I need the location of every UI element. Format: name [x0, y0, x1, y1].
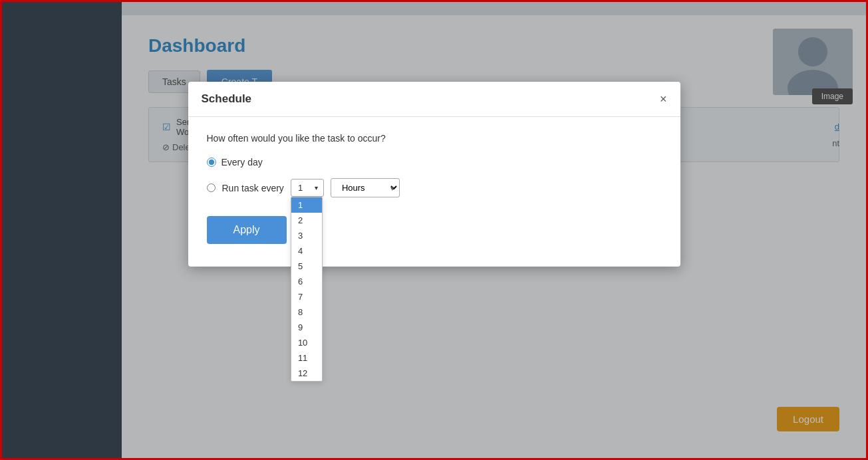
number-select-value: 1: [298, 183, 303, 193]
modal-title: Schedule: [202, 92, 252, 106]
number-select-arrow-icon: ▾: [315, 184, 318, 191]
dropdown-item-7[interactable]: 7: [291, 289, 322, 304]
run-task-row: Run task every 1 ▾ 1 2 3 4: [207, 178, 662, 197]
schedule-modal: Schedule × How often would you like the …: [188, 82, 680, 267]
dropdown-item-11[interactable]: 11: [291, 350, 322, 366]
dropdown-item-12[interactable]: 12: [291, 366, 322, 381]
modal-close-button[interactable]: ×: [660, 93, 667, 105]
dropdown-item-5[interactable]: 5: [291, 259, 322, 274]
dropdown-item-9[interactable]: 9: [291, 320, 322, 335]
number-select-button[interactable]: 1 ▾: [291, 179, 324, 197]
number-select-container: 1 ▾ 1 2 3 4 5 6 7 8: [291, 179, 324, 197]
dropdown-item-10[interactable]: 10: [291, 335, 322, 350]
modal-overlay: Schedule × How often would you like the …: [2, 2, 866, 458]
number-dropdown-list: 1 2 3 4 5 6 7 8 9 10 11 12: [291, 197, 323, 382]
unit-select-wrapper: Hours Minutes Days: [331, 178, 400, 197]
run-task-radio[interactable]: [207, 183, 216, 192]
every-day-radio-row: Every day: [207, 157, 662, 168]
every-day-radio[interactable]: [207, 158, 216, 167]
dropdown-item-4[interactable]: 4: [291, 243, 322, 259]
run-task-label: Run task every: [222, 183, 284, 193]
dropdown-item-3[interactable]: 3: [291, 228, 322, 243]
apply-button[interactable]: Apply: [207, 216, 287, 244]
dropdown-item-6[interactable]: 6: [291, 274, 322, 289]
dropdown-item-8[interactable]: 8: [291, 304, 322, 320]
unit-select[interactable]: Hours Minutes Days: [331, 178, 400, 197]
dropdown-item-1[interactable]: 1: [291, 197, 322, 213]
dropdown-item-2[interactable]: 2: [291, 213, 322, 228]
every-day-label: Every day: [221, 157, 263, 168]
modal-question: How often would you like the task to occ…: [207, 133, 662, 144]
modal-header: Schedule ×: [188, 82, 680, 117]
modal-body: How often would you like the task to occ…: [188, 117, 680, 267]
page-background: Dashboard Tasks Create T ☑ Send CWooC ⊘ …: [2, 2, 866, 458]
